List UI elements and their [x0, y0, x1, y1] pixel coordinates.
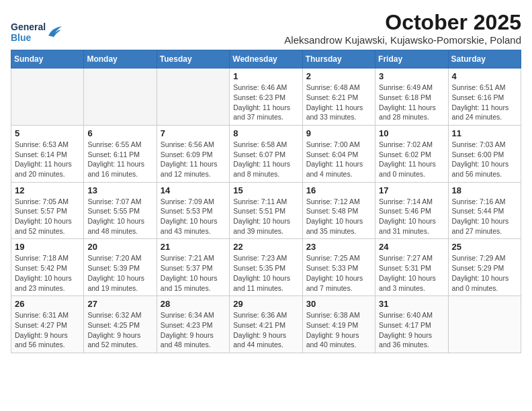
header-row: SundayMondayTuesdayWednesdayThursdayFrid… [11, 50, 521, 68]
day-number: 16 [306, 185, 371, 195]
calendar-cell: 13Sunrise: 7:07 AM Sunset: 5:55 PM Dayli… [84, 182, 157, 239]
calendar-cell: 11Sunrise: 7:03 AM Sunset: 6:00 PM Dayli… [448, 125, 521, 182]
calendar-table: SundayMondayTuesdayWednesdayThursdayFrid… [11, 50, 521, 353]
week-row-4: 19Sunrise: 7:18 AM Sunset: 5:42 PM Dayli… [11, 239, 521, 296]
day-info: Sunrise: 7:11 AM Sunset: 5:51 PM Dayligh… [233, 197, 298, 236]
calendar-cell: 10Sunrise: 7:02 AM Sunset: 6:02 PM Dayli… [375, 125, 448, 182]
week-row-1: 1Sunrise: 6:46 AM Sunset: 6:23 PM Daylig… [11, 68, 521, 126]
day-info: Sunrise: 7:25 AM Sunset: 5:33 PM Dayligh… [306, 253, 371, 293]
calendar-cell: 5Sunrise: 6:53 AM Sunset: 6:14 PM Daylig… [11, 125, 84, 182]
week-row-3: 12Sunrise: 7:05 AM Sunset: 5:57 PM Dayli… [11, 182, 521, 239]
calendar-cell [84, 68, 157, 126]
header-right: October 2025 Aleksandrow Kujawski, Kujaw… [62, 11, 521, 46]
day-number: 27 [87, 299, 152, 309]
calendar-cell: 9Sunrise: 7:00 AM Sunset: 6:04 PM Daylig… [302, 125, 375, 182]
day-number: 31 [379, 299, 444, 309]
day-info: Sunrise: 7:00 AM Sunset: 6:04 PM Dayligh… [306, 140, 371, 179]
calendar-cell: 22Sunrise: 7:23 AM Sunset: 5:35 PM Dayli… [230, 239, 302, 296]
day-number: 30 [306, 299, 371, 309]
calendar-cell: 27Sunrise: 6:32 AM Sunset: 4:25 PM Dayli… [84, 296, 157, 353]
day-number: 24 [379, 242, 444, 252]
day-info: Sunrise: 6:34 AM Sunset: 4:23 PM Dayligh… [161, 310, 226, 350]
calendar-cell: 28Sunrise: 6:34 AM Sunset: 4:23 PM Dayli… [157, 296, 229, 353]
day-number: 11 [452, 128, 517, 138]
day-number: 10 [379, 128, 444, 138]
calendar-cell [11, 68, 84, 126]
day-number: 20 [87, 242, 152, 252]
logo-bird-icon [47, 26, 62, 38]
calendar-cell: 30Sunrise: 6:38 AM Sunset: 4:19 PM Dayli… [302, 296, 375, 353]
calendar-cell: 17Sunrise: 7:14 AM Sunset: 5:46 PM Dayli… [375, 182, 448, 239]
col-header-saturday: Saturday [448, 50, 521, 68]
calendar-body: 1Sunrise: 6:46 AM Sunset: 6:23 PM Daylig… [11, 68, 521, 353]
logo-general-text: General [11, 21, 46, 32]
calendar-cell: 29Sunrise: 6:36 AM Sunset: 4:21 PM Dayli… [230, 296, 302, 353]
day-info: Sunrise: 7:07 AM Sunset: 5:55 PM Dayligh… [87, 197, 152, 236]
day-number: 22 [233, 242, 298, 252]
day-number: 2 [306, 71, 371, 81]
col-header-thursday: Thursday [302, 50, 375, 68]
day-number: 28 [161, 299, 226, 309]
day-info: Sunrise: 7:03 AM Sunset: 6:00 PM Dayligh… [452, 140, 517, 179]
day-info: Sunrise: 7:05 AM Sunset: 5:57 PM Dayligh… [15, 197, 80, 236]
location-title: Aleksandrow Kujawski, Kujawsko-Pomorskie… [62, 34, 521, 46]
day-info: Sunrise: 6:48 AM Sunset: 6:21 PM Dayligh… [306, 83, 371, 122]
calendar-cell [448, 296, 521, 353]
day-number: 19 [15, 242, 80, 252]
day-info: Sunrise: 7:12 AM Sunset: 5:48 PM Dayligh… [306, 197, 371, 236]
day-info: Sunrise: 7:16 AM Sunset: 5:44 PM Dayligh… [452, 197, 517, 236]
calendar-cell: 1Sunrise: 6:46 AM Sunset: 6:23 PM Daylig… [230, 68, 302, 126]
day-number: 5 [15, 128, 80, 138]
day-number: 7 [161, 128, 226, 138]
day-number: 18 [452, 185, 517, 195]
calendar-cell [157, 68, 229, 126]
day-number: 29 [233, 299, 298, 309]
calendar-cell: 26Sunrise: 6:31 AM Sunset: 4:27 PM Dayli… [11, 296, 84, 353]
day-number: 21 [161, 242, 226, 252]
day-info: Sunrise: 7:21 AM Sunset: 5:37 PM Dayligh… [161, 253, 226, 293]
calendar-cell: 12Sunrise: 7:05 AM Sunset: 5:57 PM Dayli… [11, 182, 84, 239]
day-info: Sunrise: 7:18 AM Sunset: 5:42 PM Dayligh… [15, 253, 80, 293]
day-info: Sunrise: 7:23 AM Sunset: 5:35 PM Dayligh… [233, 253, 298, 293]
day-number: 13 [87, 185, 152, 195]
day-info: Sunrise: 6:56 AM Sunset: 6:09 PM Dayligh… [161, 140, 226, 179]
day-info: Sunrise: 6:46 AM Sunset: 6:23 PM Dayligh… [233, 83, 298, 122]
day-info: Sunrise: 6:58 AM Sunset: 6:07 PM Dayligh… [233, 140, 298, 179]
calendar-cell: 21Sunrise: 7:21 AM Sunset: 5:37 PM Dayli… [157, 239, 229, 296]
calendar-cell: 7Sunrise: 6:56 AM Sunset: 6:09 PM Daylig… [157, 125, 229, 182]
day-info: Sunrise: 6:49 AM Sunset: 6:18 PM Dayligh… [379, 83, 444, 122]
day-info: Sunrise: 6:53 AM Sunset: 6:14 PM Dayligh… [15, 140, 80, 179]
calendar-cell: 19Sunrise: 7:18 AM Sunset: 5:42 PM Dayli… [11, 239, 84, 296]
day-info: Sunrise: 6:55 AM Sunset: 6:11 PM Dayligh… [87, 140, 152, 179]
calendar-cell: 25Sunrise: 7:29 AM Sunset: 5:29 PM Dayli… [448, 239, 521, 296]
calendar-cell: 8Sunrise: 6:58 AM Sunset: 6:07 PM Daylig… [230, 125, 302, 182]
day-number: 9 [306, 128, 371, 138]
day-number: 8 [233, 128, 298, 138]
calendar-cell: 4Sunrise: 6:51 AM Sunset: 6:16 PM Daylig… [448, 68, 521, 126]
day-info: Sunrise: 6:40 AM Sunset: 4:17 PM Dayligh… [379, 310, 444, 350]
col-header-monday: Monday [84, 50, 157, 68]
logo: General Blue [11, 21, 62, 43]
day-info: Sunrise: 6:38 AM Sunset: 4:19 PM Dayligh… [306, 310, 371, 350]
day-number: 17 [379, 185, 444, 195]
logo-blue-text: Blue [11, 32, 31, 43]
week-row-2: 5Sunrise: 6:53 AM Sunset: 6:14 PM Daylig… [11, 125, 521, 182]
day-number: 6 [87, 128, 152, 138]
calendar-cell: 16Sunrise: 7:12 AM Sunset: 5:48 PM Dayli… [302, 182, 375, 239]
calendar-cell: 18Sunrise: 7:16 AM Sunset: 5:44 PM Dayli… [448, 182, 521, 239]
calendar-cell: 14Sunrise: 7:09 AM Sunset: 5:53 PM Dayli… [157, 182, 229, 239]
day-number: 25 [452, 242, 517, 252]
col-header-sunday: Sunday [11, 50, 84, 68]
day-number: 12 [15, 185, 80, 195]
day-info: Sunrise: 7:29 AM Sunset: 5:29 PM Dayligh… [452, 253, 517, 293]
day-info: Sunrise: 6:51 AM Sunset: 6:16 PM Dayligh… [452, 83, 517, 122]
calendar-cell: 20Sunrise: 7:20 AM Sunset: 5:39 PM Dayli… [84, 239, 157, 296]
day-number: 23 [306, 242, 371, 252]
day-number: 26 [15, 299, 80, 309]
col-header-friday: Friday [375, 50, 448, 68]
calendar-cell: 3Sunrise: 6:49 AM Sunset: 6:18 PM Daylig… [375, 68, 448, 126]
col-header-tuesday: Tuesday [157, 50, 229, 68]
day-number: 14 [161, 185, 226, 195]
col-header-wednesday: Wednesday [230, 50, 302, 68]
day-number: 4 [452, 71, 517, 81]
